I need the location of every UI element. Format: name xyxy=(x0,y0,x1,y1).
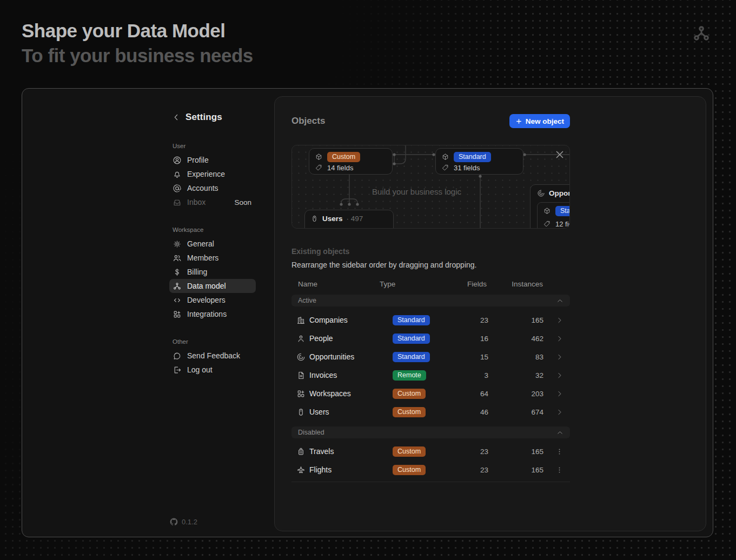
column-instances: Instances xyxy=(487,280,543,288)
fields-value: 15 xyxy=(452,353,488,361)
type-badge: Standard xyxy=(555,206,570,216)
diagram-node-users[interactable]: Users · 497 xyxy=(304,210,394,229)
existing-objects-subtitle: Rearrange the sidebar order by dragging … xyxy=(291,261,570,269)
group-label: Disabled xyxy=(298,429,324,436)
sidebar-item-label: Inbox xyxy=(187,198,205,206)
inbox-icon xyxy=(173,198,182,207)
node-name: Users xyxy=(322,215,343,223)
sidebar-item-accounts[interactable]: Accounts xyxy=(169,181,256,195)
chevron-up-icon[interactable] xyxy=(556,297,563,304)
cube-icon xyxy=(441,153,449,161)
sidebar-item-label: Send Feedback xyxy=(187,351,240,360)
sidebar-item-billing[interactable]: Billing xyxy=(169,265,256,279)
sidebar-item-log-out[interactable]: Log out xyxy=(169,363,256,377)
chevron-right-icon[interactable] xyxy=(555,353,563,361)
table-row[interactable]: Flights Custom 23 165 xyxy=(291,461,570,479)
sidebar-item-inbox: Inbox Soon xyxy=(169,195,256,209)
settings-sidebar: User Profile Experience Accounts Inbox S… xyxy=(169,139,256,377)
diagram-node-opportunities[interactable]: Opportunities Standard 12 fields xyxy=(530,184,570,229)
kebab-menu-icon[interactable] xyxy=(555,466,563,474)
chevron-up-icon[interactable] xyxy=(556,429,563,436)
settings-title: Settings xyxy=(185,112,222,123)
type-badge: Custom xyxy=(393,389,426,399)
table-row[interactable]: Users Custom 46 674 xyxy=(291,403,570,421)
fields-value: 23 xyxy=(452,316,488,324)
section-label-other: Other xyxy=(169,335,256,349)
sidebar-item-general[interactable]: General xyxy=(169,237,256,251)
data-model-diagram[interactable]: Custom 14 fields Standard 31 fields xyxy=(291,145,570,229)
tag-icon xyxy=(543,220,551,228)
sidebar-item-send-feedback[interactable]: Send Feedback xyxy=(169,349,256,363)
new-object-label: New object xyxy=(526,117,564,125)
luggage-icon xyxy=(296,447,306,456)
version-label: 0.1.2 xyxy=(182,518,197,526)
column-fields: Fields xyxy=(450,280,487,288)
fields-value: 23 xyxy=(452,466,488,474)
code-icon xyxy=(173,296,182,305)
new-object-button[interactable]: New object xyxy=(509,114,570,128)
chevron-left-icon[interactable] xyxy=(172,113,181,122)
cube-icon xyxy=(315,153,323,161)
instances-value: 674 xyxy=(488,408,543,416)
sidebar-item-profile[interactable]: Profile xyxy=(169,153,256,167)
sidebar-item-experience[interactable]: Experience xyxy=(169,167,256,181)
chevron-right-icon[interactable] xyxy=(555,408,563,416)
group-header-active[interactable]: Active xyxy=(291,295,570,306)
fields-count: 12 fields xyxy=(555,220,570,228)
type-badge: Custom xyxy=(327,152,360,162)
table-row[interactable]: Companies Standard 23 165 xyxy=(291,311,570,329)
settings-header[interactable]: Settings xyxy=(172,112,222,123)
data-model-icon xyxy=(173,282,182,291)
gear-icon xyxy=(173,239,182,249)
fields-value: 64 xyxy=(452,390,488,398)
type-badge: Standard xyxy=(454,152,491,162)
sidebar-item-label: Data model xyxy=(187,282,226,290)
type-badge: Custom xyxy=(393,446,426,457)
sidebar-item-label: Developers xyxy=(187,296,226,304)
object-name: Travels xyxy=(309,447,393,456)
table-row[interactable]: Workspaces Custom 64 203 xyxy=(291,384,570,403)
diagram-node-custom[interactable]: Custom 14 fields xyxy=(309,148,393,175)
sidebar-item-label: Experience xyxy=(187,170,225,178)
table-row[interactable]: People Standard 16 462 xyxy=(291,329,570,348)
tag-icon xyxy=(315,164,323,172)
type-badge: Custom xyxy=(393,465,426,475)
group-header-disabled[interactable]: Disabled xyxy=(291,426,570,438)
node-subcard: Standard 12 fields xyxy=(537,202,570,229)
at-sign-icon xyxy=(173,184,182,193)
plus-icon xyxy=(515,118,522,125)
instances-value: 83 xyxy=(488,353,543,361)
diagram-node-standard[interactable]: Standard 31 fields xyxy=(435,148,523,175)
object-name: People xyxy=(309,334,393,343)
instances-value: 165 xyxy=(488,448,543,456)
sidebar-item-label: Integrations xyxy=(187,310,227,318)
chevron-right-icon[interactable] xyxy=(555,316,563,324)
github-icon xyxy=(170,518,178,526)
table-row[interactable]: Opportunities Standard 15 83 xyxy=(291,348,570,366)
object-name: Opportunities xyxy=(309,352,393,361)
sidebar-item-developers[interactable]: Developers xyxy=(169,293,256,307)
chevron-right-icon[interactable] xyxy=(555,390,563,398)
fields-value: 16 xyxy=(452,335,488,343)
user-circle-icon xyxy=(173,156,182,165)
objects-panel: Objects New object xyxy=(274,96,706,531)
type-badge: Standard xyxy=(393,352,430,362)
grid-plus-icon xyxy=(173,310,182,319)
sidebar-item-members[interactable]: Members xyxy=(169,251,256,265)
table-bottom-divider xyxy=(291,482,570,482)
object-name: Invoices xyxy=(309,371,393,379)
table-row[interactable]: Invoices Remote 3 32 xyxy=(291,366,570,384)
diagram-hint: Build your business logic xyxy=(350,187,483,196)
hero: Shape your Data Model To fit your busine… xyxy=(22,18,253,68)
fields-count: 14 fields xyxy=(327,164,353,172)
sidebar-item-integrations[interactable]: Integrations xyxy=(169,307,256,321)
instances-value: 203 xyxy=(488,390,543,398)
instances-value: 165 xyxy=(488,316,543,324)
table-row[interactable]: Travels Custom 23 165 xyxy=(291,442,570,461)
kebab-menu-icon[interactable] xyxy=(555,448,563,456)
sidebar-item-data-model[interactable]: Data model xyxy=(169,279,256,293)
node-name: Opportunities xyxy=(549,189,570,197)
chevron-right-icon[interactable] xyxy=(555,371,563,379)
instances-value: 32 xyxy=(488,371,543,379)
chevron-right-icon[interactable] xyxy=(555,335,563,343)
